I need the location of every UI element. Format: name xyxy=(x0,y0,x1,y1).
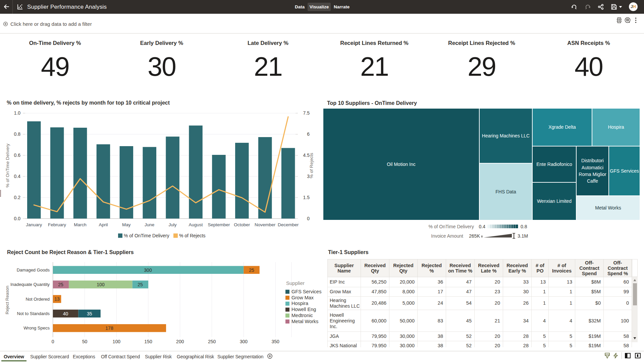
svg-text:October: October xyxy=(234,222,250,227)
svg-text:December: December xyxy=(278,222,299,227)
svg-text:0.8: 0.8 xyxy=(521,224,527,229)
svg-text:265K: 265K xyxy=(469,233,480,239)
svg-text:0.0: 0.0 xyxy=(14,216,21,221)
svg-text:Howell Eng: Howell Eng xyxy=(291,307,316,312)
svg-text:March: March xyxy=(74,222,87,227)
svg-text:50: 50 xyxy=(82,339,88,344)
svg-text:6: 6 xyxy=(307,131,310,137)
svg-text:Inadequate Quantity: Inadequate Quantity xyxy=(10,282,50,287)
svg-text:0.4: 0.4 xyxy=(14,174,21,179)
svg-text:February: February xyxy=(48,222,66,227)
svg-text:35: 35 xyxy=(87,311,92,316)
svg-text:September: September xyxy=(208,222,230,227)
svg-text:350: 350 xyxy=(272,339,280,344)
svg-text:Grow Max: Grow Max xyxy=(291,295,314,300)
svg-text:Invoice Amount: Invoice Amount xyxy=(431,233,463,239)
svg-text:August: August xyxy=(189,222,203,227)
svg-text:250: 250 xyxy=(208,339,216,344)
svg-text:Wrong Specs: Wrong Specs xyxy=(23,325,50,330)
svg-text:Not Ordered: Not Ordered xyxy=(25,297,50,302)
svg-text:Metal Works: Metal Works xyxy=(291,319,318,324)
svg-text:GFS Services: GFS Services xyxy=(291,289,321,294)
svg-text:1.0: 1.0 xyxy=(14,110,21,116)
svg-text:300: 300 xyxy=(144,267,152,273)
svg-text:Reject Count be Reject Reason: Reject Count be Reject Reason & Tier-1 S… xyxy=(7,249,134,255)
svg-text:40: 40 xyxy=(63,311,68,316)
svg-text:13: 13 xyxy=(54,296,60,302)
svg-text:November: November xyxy=(255,222,276,227)
svg-text:Not to Standards: Not to Standards xyxy=(17,311,50,316)
svg-text:June: June xyxy=(145,222,154,227)
svg-text:0: 0 xyxy=(307,216,310,221)
svg-text:Reject Reason: Reject Reason xyxy=(5,286,10,314)
svg-text:0: 0 xyxy=(52,339,54,344)
svg-text:% of OnTime Delivery: % of OnTime Delivery xyxy=(124,233,169,238)
svg-text:July: July xyxy=(169,222,177,227)
svg-text:% of Rejects: % of Rejects xyxy=(309,153,314,178)
svg-text:300: 300 xyxy=(240,339,248,344)
svg-text:25: 25 xyxy=(58,282,63,287)
svg-text:150: 150 xyxy=(144,339,152,344)
svg-text:Damaged Goods: Damaged Goods xyxy=(17,267,50,273)
svg-text:200: 200 xyxy=(176,339,184,344)
svg-text:January: January xyxy=(26,222,42,227)
svg-text:Medtronic: Medtronic xyxy=(291,313,313,318)
svg-text:April: April xyxy=(99,222,108,227)
svg-text:25: 25 xyxy=(249,267,254,273)
svg-text:3.1M: 3.1M xyxy=(518,233,528,239)
svg-text:0.4: 0.4 xyxy=(479,224,486,229)
svg-text:% of Rejects: % of Rejects xyxy=(179,233,206,238)
svg-text:Supplier: Supplier xyxy=(286,280,305,286)
svg-text:178: 178 xyxy=(105,325,113,331)
svg-text:May: May xyxy=(122,222,131,227)
svg-text:25: 25 xyxy=(138,282,143,287)
svg-text:% of OnTime Delivery: % of OnTime Delivery xyxy=(428,224,474,229)
svg-text:Hospira: Hospira xyxy=(291,301,309,306)
svg-text:% on time delivery, % rejects: % on time delivery, % rejects by month f… xyxy=(7,100,170,106)
svg-text:100: 100 xyxy=(97,282,105,287)
svg-text:% of OnTime Delivery: % of OnTime Delivery xyxy=(5,143,10,187)
svg-text:0.8: 0.8 xyxy=(14,131,21,137)
svg-text:100: 100 xyxy=(113,339,121,344)
svg-text:7.5: 7.5 xyxy=(303,110,310,116)
svg-text:0.2: 0.2 xyxy=(14,195,21,200)
svg-text:0.6: 0.6 xyxy=(14,153,21,158)
svg-text:1.5: 1.5 xyxy=(303,195,310,200)
